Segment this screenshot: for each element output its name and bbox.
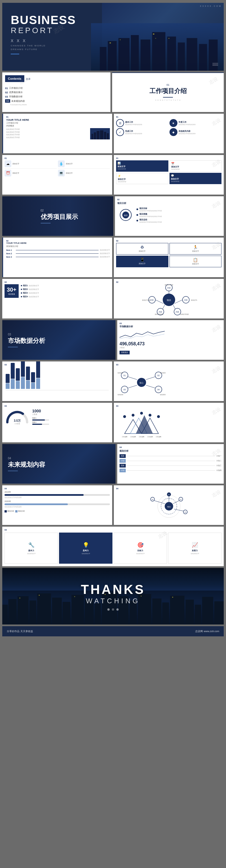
svg-line-59 xyxy=(128,377,137,379)
svg-marker-71 xyxy=(136,415,153,434)
svg-text:内容: 内容 xyxy=(150,299,154,301)
row-section3: 03 市场数据分析 03 市场数据分析 496,058,473 大数据 查看更多… xyxy=(2,320,224,360)
svg-text:工作成果: 工作成果 xyxy=(130,436,136,437)
svg-rect-14 xyxy=(153,34,154,34)
slide-info-boxes: 01 📊 添加文字 在此添加内容 📅 添加文字 在此添加内容 ⚡ 添加文字 在此… xyxy=(114,155,224,194)
slide-project-analysis: 02 项目分析 项目 项目目标 在此添加文字内容在此添加 xyxy=(115,196,224,236)
svg-rect-15 xyxy=(155,38,156,39)
gauge-chart: 3.5万 工作数量 xyxy=(4,408,30,425)
svg-text:01: 01 xyxy=(168,494,170,496)
svg-text:添加文字内容: 添加文字内容 xyxy=(142,299,151,301)
donut-diagram: 规划 01 02 03 04 xyxy=(143,491,194,522)
svg-rect-7 xyxy=(167,36,176,71)
icon-sq-1: ♻ 添加文字 xyxy=(116,243,168,254)
svg-text:01: 01 xyxy=(124,374,126,376)
slide-pyramid: 03 工作成果 工作成果 工作成果 工作成果 工作成果 志设 xyxy=(114,403,224,442)
svg-point-76 xyxy=(149,414,152,416)
svg-text:内容: 内容 xyxy=(159,311,162,313)
section2-title: 优秀项目展示 xyxy=(41,213,78,221)
row-7: 03 xyxy=(2,362,224,401)
city-skyline xyxy=(91,23,224,71)
circle-item-2: ★ 年度工作 在此添加文字内容在此添加 xyxy=(169,119,222,127)
bottom-right-text: 志设网 www.zs9.com xyxy=(195,629,219,633)
svg-rect-9 xyxy=(187,38,197,71)
slide-gauge: 03 3.5万 工作数量 1000 人数量 指标1 xyxy=(2,403,112,442)
top-border xyxy=(112,72,224,73)
icon-item-laptop: 💻 添加文字 xyxy=(58,170,110,177)
plan-item-4: 计划 计划四 xyxy=(120,469,222,472)
slide-donut-plan: 04 规划 01 02 03 xyxy=(114,485,224,525)
plan-item-2: 计划 计划二 xyxy=(120,459,222,463)
svg-text:添加文字内容: 添加文字内容 xyxy=(165,284,173,286)
svg-text:内容: 内容 xyxy=(184,299,188,301)
svg-text:02: 02 xyxy=(180,499,182,500)
slide3-num: 01 xyxy=(6,116,110,118)
slide-text-city: 01 YOUR TITLE HERE 工作项目介绍内容概述 xyxy=(2,114,112,153)
wave-chart xyxy=(120,329,165,340)
slide3-subtitle: 工作项目介绍内容概述 xyxy=(6,122,110,127)
menu-item-1: 01 工作项目介绍 xyxy=(5,87,108,90)
slide-year-bars: 04 2019年 在此添加文字内容说明 2020年 在此添加文字内容说明 规划分… xyxy=(2,485,112,525)
card-2: 💡 思考力 在此添加文字 xyxy=(59,533,112,564)
slide-circular-flow: 02 项目 内容 内容 内容 内容 内容 xyxy=(114,279,224,318)
info-box-1: 📊 添加文字 在此添加内容 xyxy=(116,160,168,172)
svg-text:内容: 内容 xyxy=(167,287,171,289)
city-thumbnail xyxy=(90,128,110,140)
circular-flow-diagram: 项目 内容 内容 内容 内容 内容 xyxy=(116,284,222,315)
slide-thanks: THANKS WATCHING xyxy=(2,568,224,624)
icon-cards-grid: 🔧 基本力 在此添加文字 💡 思考力 在此添加文字 🎯 目标力 在此添加文字 📈… xyxy=(4,533,222,564)
view-more-btn[interactable]: 查看更多 xyxy=(120,351,130,354)
slide-bar-chart: 03 xyxy=(2,362,112,401)
svg-rect-6 xyxy=(152,32,165,71)
circle-item-4: ◆ 其他相关内容 在此添加文字内容在此添加 xyxy=(169,128,222,136)
svg-line-60 xyxy=(146,377,155,379)
svg-text:内容: 内容 xyxy=(176,311,179,313)
slide-section4: 04 未来规划内容 xyxy=(2,444,116,484)
row-section4: 04 未来规划内容 04 规划分析 思路 计划一 计划 计划二 xyxy=(2,444,224,484)
svg-text:在此添加: 在此添加 xyxy=(160,372,166,374)
section-divider xyxy=(163,97,173,98)
hero-url: X X X X X . C O M xyxy=(200,5,221,7)
circle-item-3: ✓ 完成工作 在此添加文字内容在此添加 xyxy=(116,128,168,136)
icon-4grid: ☁ 添加文字 💧 添加文字 ⏰ 添加文字 💻 添加文字 xyxy=(4,160,110,177)
svg-text:3.5万: 3.5万 xyxy=(14,419,21,422)
bar-chart xyxy=(4,367,110,390)
svg-text:添加文字内容: 添加文字内容 xyxy=(180,313,189,315)
slide-contents: 志设 Contents 目录 01 工作项目介绍 02 优秀项目展示 03 市场… xyxy=(2,72,110,112)
watermark-3: 志设 xyxy=(208,76,219,86)
icon-squares: ♻ 添加文字 🏃 添加文字 📱 添加文字 📋 添加文字 xyxy=(116,243,222,267)
slide3r-num: 01 xyxy=(116,116,222,118)
hero-menu xyxy=(213,62,218,66)
icon-item-drop: 💧 添加文字 xyxy=(58,160,110,168)
svg-point-73 xyxy=(123,415,126,418)
svg-text:02: 02 xyxy=(157,374,160,376)
slide-section2-left: 02 优秀项目展示 xyxy=(2,196,113,236)
svg-text:工作成果: 工作成果 xyxy=(139,436,144,437)
icon-sq-4: 📋 添加文字 xyxy=(169,256,222,267)
slide-4icons: 02 ♻ 添加文字 🏃 添加文字 📱 添加文字 📋 添加文字 xyxy=(114,238,224,277)
contents-mulu: 目录 xyxy=(26,78,31,81)
hero-title: BUSINESS xyxy=(11,14,76,26)
slide-section-title: 01 工作项目介绍 X O N G T U T U T U T U 志设 xyxy=(112,72,224,112)
page-wrapper: BUSINESS REPORT X X X CHANGES THE WORLD … xyxy=(0,0,226,639)
svg-rect-1 xyxy=(100,47,106,71)
thanks-dots-row xyxy=(107,608,119,611)
icon-item-clock: ⏰ 添加文字 xyxy=(4,170,57,177)
big-stat: 496,058,473 xyxy=(120,341,222,346)
info-2x2: 📊 添加文字 在此添加内容 📅 添加文字 在此添加内容 ⚡ 添加文字 在此添加内… xyxy=(116,160,222,184)
plan-item-1: 思路 计划一 xyxy=(120,454,222,458)
row-10: 04 🔧 基本力 在此添加文字 💡 思考力 在此添加文字 🎯 目标力 在此添加文… xyxy=(2,527,224,566)
project-analysis-content: 项目 项目目标 在此添加文字内容在此添加文字内容 项目措施 xyxy=(117,207,222,223)
svg-text:添加文字内容: 添加文字内容 xyxy=(155,313,163,315)
svg-line-42 xyxy=(163,305,165,309)
slide-market-data: 03 市场数据分析 496,058,473 大数据 查看更多 志设 xyxy=(117,320,224,360)
svg-rect-16 xyxy=(168,38,169,39)
row-9: 04 2019年 在此添加文字内容说明 2020年 在此添加文字内容说明 规划分… xyxy=(2,485,224,525)
icon-sq-2: 🏃 添加文字 xyxy=(169,243,222,254)
row-5: 02 YOUR TITLE HERE 添加项目介绍 Item 1 在此添加文字 … xyxy=(2,238,224,277)
svg-rect-19 xyxy=(94,132,96,140)
watermark-11: 志设 xyxy=(211,406,222,416)
svg-rect-2 xyxy=(108,41,117,71)
info-box-4: 💬 添加文字 在此添加内容 xyxy=(169,173,222,184)
svg-rect-3 xyxy=(118,38,129,71)
